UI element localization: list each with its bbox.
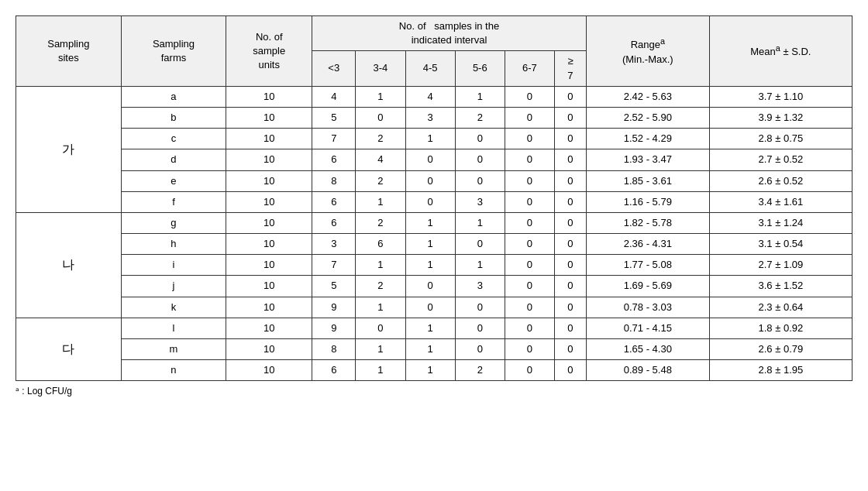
r34-cell: 1 bbox=[356, 86, 405, 107]
mean-cell: 1.8 ± 0.92 bbox=[709, 318, 852, 338]
mean-cell: 2.8 ± 1.95 bbox=[709, 360, 852, 381]
r45-cell: 1 bbox=[405, 339, 455, 360]
r56-cell: 1 bbox=[455, 212, 505, 233]
lt3-cell: 6 bbox=[312, 191, 356, 212]
r56-cell: 0 bbox=[455, 297, 505, 318]
farm-cell: d bbox=[121, 149, 226, 170]
range-cell: 2.42 - 5.63 bbox=[586, 86, 709, 107]
units-cell: 10 bbox=[226, 360, 312, 381]
r56-cell: 2 bbox=[455, 360, 505, 381]
r34-cell: 0 bbox=[356, 318, 405, 338]
range-cell: 1.65 - 4.30 bbox=[586, 339, 709, 360]
header-gte7: ≥7 bbox=[555, 51, 587, 86]
site-cell: 나 bbox=[16, 212, 122, 318]
r34-cell: 1 bbox=[356, 339, 405, 360]
mean-cell: 3.1 ± 1.24 bbox=[709, 212, 852, 233]
mean-cell: 3.7 ± 1.10 bbox=[709, 86, 852, 107]
r34-cell: 1 bbox=[356, 191, 405, 212]
r56-cell: 0 bbox=[455, 170, 505, 191]
range-cell: 2.36 - 4.31 bbox=[586, 234, 709, 255]
r67-cell: 0 bbox=[505, 255, 554, 276]
r67-cell: 0 bbox=[505, 129, 554, 149]
range-cell: 1.16 - 5.79 bbox=[586, 191, 709, 212]
farm-cell: l bbox=[121, 318, 226, 338]
units-cell: 10 bbox=[226, 255, 312, 276]
units-cell: 10 bbox=[226, 191, 312, 212]
units-cell: 10 bbox=[226, 212, 312, 233]
r56-cell: 0 bbox=[455, 129, 505, 149]
lt3-cell: 5 bbox=[312, 276, 356, 297]
r34-cell: 6 bbox=[356, 234, 405, 255]
gte7-cell: 0 bbox=[555, 234, 587, 255]
farm-cell: c bbox=[121, 129, 226, 149]
units-cell: 10 bbox=[226, 149, 312, 170]
header-mean: Meana ± S.D. bbox=[709, 16, 852, 87]
gte7-cell: 0 bbox=[555, 86, 587, 107]
r67-cell: 0 bbox=[505, 149, 554, 170]
farm-cell: a bbox=[121, 86, 226, 107]
r34-cell: 2 bbox=[356, 129, 405, 149]
farm-cell: k bbox=[121, 297, 226, 318]
lt3-cell: 9 bbox=[312, 297, 356, 318]
gte7-cell: 0 bbox=[555, 339, 587, 360]
r56-cell: 0 bbox=[455, 149, 505, 170]
r45-cell: 0 bbox=[405, 170, 455, 191]
lt3-cell: 6 bbox=[312, 212, 356, 233]
gte7-cell: 0 bbox=[555, 149, 587, 170]
header-sampling-sites: Sampling sites bbox=[16, 16, 122, 87]
units-cell: 10 bbox=[226, 339, 312, 360]
r67-cell: 0 bbox=[505, 234, 554, 255]
r34-cell: 2 bbox=[356, 212, 405, 233]
units-cell: 10 bbox=[226, 129, 312, 149]
range-cell: 1.85 - 3.61 bbox=[586, 170, 709, 191]
units-cell: 10 bbox=[226, 86, 312, 107]
r45-cell: 0 bbox=[405, 149, 455, 170]
r67-cell: 0 bbox=[505, 170, 554, 191]
r34-cell: 1 bbox=[356, 360, 405, 381]
mean-cell: 2.8 ± 0.75 bbox=[709, 129, 852, 149]
r67-cell: 0 bbox=[505, 360, 554, 381]
units-cell: 10 bbox=[226, 276, 312, 297]
r67-cell: 0 bbox=[505, 212, 554, 233]
range-cell: 1.52 - 4.29 bbox=[586, 129, 709, 149]
header-no-samples-group: No. of samples in theindicated interval bbox=[312, 16, 587, 51]
mean-cell: 2.7 ± 1.09 bbox=[709, 255, 852, 276]
r45-cell: 1 bbox=[405, 360, 455, 381]
r56-cell: 0 bbox=[455, 234, 505, 255]
r45-cell: 4 bbox=[405, 86, 455, 107]
mean-cell: 3.4 ± 1.61 bbox=[709, 191, 852, 212]
header-67: 6-7 bbox=[505, 51, 554, 86]
r34-cell: 2 bbox=[356, 276, 405, 297]
farm-cell: n bbox=[121, 360, 226, 381]
lt3-cell: 5 bbox=[312, 107, 356, 128]
r45-cell: 3 bbox=[405, 107, 455, 128]
r56-cell: 1 bbox=[455, 86, 505, 107]
r67-cell: 0 bbox=[505, 191, 554, 212]
r34-cell: 4 bbox=[356, 149, 405, 170]
farm-cell: g bbox=[121, 212, 226, 233]
lt3-cell: 8 bbox=[312, 170, 356, 191]
farm-cell: b bbox=[121, 107, 226, 128]
header-no-sample-units: No. of sample units bbox=[226, 16, 312, 87]
r34-cell: 1 bbox=[356, 297, 405, 318]
header-sampling-farms: Sampling farms bbox=[121, 16, 226, 87]
gte7-cell: 0 bbox=[555, 276, 587, 297]
units-cell: 10 bbox=[226, 234, 312, 255]
mean-cell: 3.1 ± 0.54 bbox=[709, 234, 852, 255]
r45-cell: 1 bbox=[405, 212, 455, 233]
table-container: Sampling sites Sampling farms No. of sam… bbox=[16, 15, 852, 397]
range-cell: 2.52 - 5.90 bbox=[586, 107, 709, 128]
mean-cell: 3.9 ± 1.32 bbox=[709, 107, 852, 128]
r45-cell: 0 bbox=[405, 191, 455, 212]
r67-cell: 0 bbox=[505, 297, 554, 318]
farm-cell: m bbox=[121, 339, 226, 360]
r34-cell: 2 bbox=[356, 170, 405, 191]
mean-cell: 2.6 ± 0.52 bbox=[709, 170, 852, 191]
gte7-cell: 0 bbox=[555, 255, 587, 276]
gte7-cell: 0 bbox=[555, 297, 587, 318]
units-cell: 10 bbox=[226, 297, 312, 318]
lt3-cell: 3 bbox=[312, 234, 356, 255]
lt3-cell: 4 bbox=[312, 86, 356, 107]
farm-cell: i bbox=[121, 255, 226, 276]
gte7-cell: 0 bbox=[555, 107, 587, 128]
